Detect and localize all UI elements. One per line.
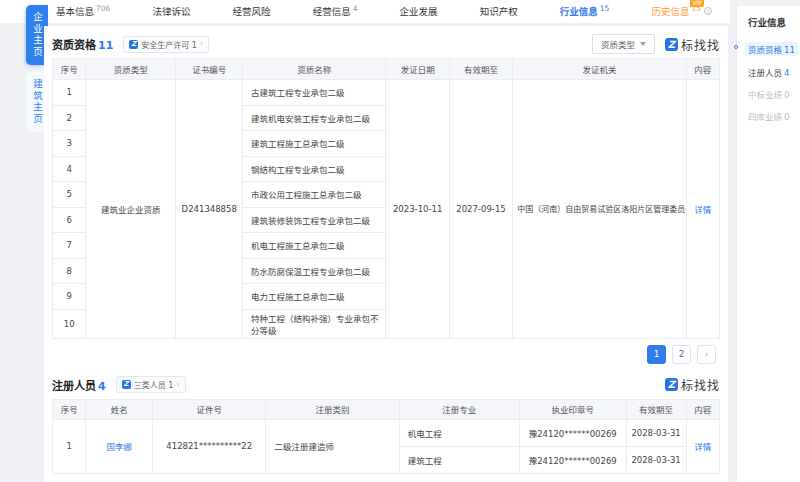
nav-tab-legal[interactable]: 法律诉讼 — [152, 0, 190, 23]
vip-badge: VIP — [690, 0, 704, 7]
valid-until-cell: 2028-03-31 — [626, 419, 686, 446]
seal-no-cell: 豫24120******00269 — [519, 419, 626, 446]
col-header-valid-until: 有效期至 — [626, 399, 686, 419]
safety-permit-badge[interactable]: Z 安全生产许可 1 › — [123, 36, 209, 53]
row-index: 4 — [53, 156, 86, 182]
row-index: 6 — [53, 207, 86, 233]
personnel-title-text: 注册人员 — [52, 380, 96, 393]
personnel-section-header: 注册人员4 Z 三类人员 1 › Z 标找找 — [52, 371, 720, 399]
row-index: 10 — [53, 309, 86, 338]
row-index: 2 — [53, 105, 86, 131]
col-header-content: 内容 — [686, 399, 719, 419]
nav-tab-enterprise-development[interactable]: 企业发展 — [400, 0, 438, 23]
row-index: 1 — [53, 419, 86, 473]
qualifications-table: 序号 资质类型 证书编号 资质名称 发证日期 有效期至 发证机关 内容 1 建筑… — [52, 58, 720, 339]
col-header-index: 序号 — [53, 399, 86, 419]
sidebar-item-siku-performance[interactable]: 四库业绩0 — [748, 110, 796, 122]
sidebar-item-bid-performance[interactable]: 中标业绩0 — [748, 88, 796, 100]
sidebar-item-personnel[interactable]: 注册人员4 — [748, 66, 796, 78]
page-button-1[interactable]: 1 — [647, 345, 666, 364]
valid-until-cell: 2027-09-15 — [449, 80, 512, 339]
nav-tab-label: 基本信息 — [56, 0, 94, 23]
pagination: 1 2 › — [52, 339, 720, 371]
col-header-valid-until: 有效期至 — [449, 59, 512, 80]
row-index: 9 — [53, 284, 86, 310]
dropdown-label: 资质类型 — [601, 38, 635, 50]
chevron-down-icon — [640, 42, 646, 46]
seal-no-cell: 豫24120******00269 — [519, 446, 626, 473]
nav-tab-label: 经营信息 — [313, 0, 351, 23]
help-circle-icon[interactable]: ? — [704, 7, 712, 15]
col-header-type: 资质类型 — [86, 59, 176, 80]
col-header-issue-date: 发证日期 — [386, 59, 449, 80]
issue-date-cell: 2023-10-11 — [386, 80, 449, 339]
detail-link[interactable]: 详情 — [694, 205, 711, 215]
person-name-link[interactable]: 国李娜 — [106, 442, 132, 452]
qualification-name-cell: 防水防腐保温工程专业承包二级 — [243, 258, 386, 284]
table-header-row: 序号 资质类型 证书编号 资质名称 发证日期 有效期至 发证机关 内容 — [53, 59, 720, 80]
id-no-cell: 412821**********22 — [153, 419, 266, 473]
col-header-index: 序号 — [53, 59, 86, 80]
bzz-logo-text: 标找找 — [681, 36, 720, 53]
nav-tab-industry-info[interactable]: 行业信息 15 — [560, 0, 610, 23]
qualifications-count: 11 — [98, 39, 113, 52]
active-dot-icon — [734, 45, 738, 49]
three-types-personnel-badge[interactable]: Z 三类人员 1 › — [116, 376, 186, 393]
sidebar-item-label: 资质资格 — [748, 45, 782, 55]
qualification-name-cell: 钢结构工程专业承包二级 — [243, 156, 386, 182]
next-page-button[interactable]: › — [697, 345, 716, 364]
bzz-logo[interactable]: Z 标找找 — [665, 36, 720, 53]
nav-tab-basic-info[interactable]: 基本信息 706 — [56, 0, 110, 23]
reg-category-cell: 二级注册建造师 — [266, 419, 399, 473]
reg-major-cell: 建筑工程 — [399, 446, 519, 473]
row-index: 8 — [53, 258, 86, 284]
qualification-name-cell: 建筑机电安装工程专业承包二级 — [243, 105, 386, 131]
cert-no-cell: D241348858 — [176, 80, 243, 339]
nav-tab-label: 历史信息 — [651, 0, 689, 23]
table-row: 1 建筑业企业资质 D241348858 古建筑工程专业承包二级 2023-10… — [53, 80, 720, 106]
col-header-reg-category: 注册类别 — [266, 399, 399, 419]
sidebar-item-label: 四库业绩 — [748, 112, 782, 122]
nav-tab-intellectual-property[interactable]: 知识产权 — [480, 0, 518, 23]
col-header-reg-major: 注册专业 — [399, 399, 519, 419]
table-row: 1 国李娜 412821**********22 二级注册建造师 机电工程 豫2… — [53, 419, 720, 446]
nav-tab-business-info[interactable]: 经营信息 4 — [313, 0, 358, 23]
sidebar-item-label: 中标业绩 — [748, 90, 782, 100]
nav-tab-count: 4 — [353, 3, 358, 15]
personnel-title: 注册人员4 — [52, 377, 106, 393]
industry-info-sidebar: 行业信息 资质资格11 注册人员4 中标业绩0 四库业绩0 — [736, 6, 800, 482]
page-button-2[interactable]: 2 — [672, 345, 691, 364]
sidebar-item-count: 11 — [784, 45, 795, 55]
chevron-right-icon: › — [176, 381, 179, 389]
authority-cell: 中国（河南）自由贸易试验区洛阳片区管理委员会 — [513, 80, 686, 339]
qualifications-title: 资质资格11 — [52, 36, 113, 52]
qualification-name-cell: 电力工程施工总承包二级 — [243, 284, 386, 310]
bzz-logo-icon: Z — [665, 378, 678, 391]
left-page-tabs: 企业主页 建筑主页 — [26, 5, 45, 139]
bzz-logo[interactable]: Z 标找找 — [665, 376, 720, 393]
reg-major-cell: 机电工程 — [399, 419, 519, 446]
main-content: 资质资格11 Z 安全生产许可 1 › 资质类型 Z 标找找 序号 资质类型 证… — [44, 26, 728, 482]
qualifications-section-header: 资质资格11 Z 安全生产许可 1 › 资质类型 Z 标找找 — [52, 30, 720, 58]
nav-tab-label: 经营风险 — [233, 0, 271, 23]
valid-until-cell: 2028-03-31 — [626, 446, 686, 473]
table-header-row: 序号 姓名 证件号 注册类别 注册专业 执业印章号 有效期至 内容 — [53, 399, 720, 419]
col-header-content: 内容 — [686, 59, 719, 80]
sidebar-title: 行业信息 — [748, 15, 796, 29]
qualifications-title-text: 资质资格 — [52, 39, 96, 52]
nav-tab-label: 企业发展 — [400, 0, 438, 23]
nav-tab-history-info[interactable]: VIP 历史信息 15 ? — [651, 0, 712, 23]
bzz-mini-logo-icon: Z — [122, 380, 131, 389]
sidebar-item-count: 0 — [784, 90, 789, 100]
col-header-authority: 发证机关 — [513, 59, 686, 80]
sidebar-item-qualifications[interactable]: 资质资格11 — [745, 42, 798, 56]
nav-tab-label: 法律诉讼 — [152, 0, 190, 23]
sidebar-item-label: 注册人员 — [748, 68, 782, 78]
col-header-cert-no: 证书编号 — [176, 59, 243, 80]
detail-link[interactable]: 详情 — [694, 442, 711, 452]
nav-tab-business-risk[interactable]: 经营风险 — [233, 0, 271, 23]
bzz-logo-text: 标找找 — [681, 376, 720, 393]
qualification-type-dropdown[interactable]: 资质类型 — [592, 34, 655, 54]
top-navigation: 基本信息 706 法律诉讼 经营风险 经营信息 4 企业发展 知识产权 行业信息… — [0, 0, 730, 23]
row-index: 7 — [53, 233, 86, 259]
